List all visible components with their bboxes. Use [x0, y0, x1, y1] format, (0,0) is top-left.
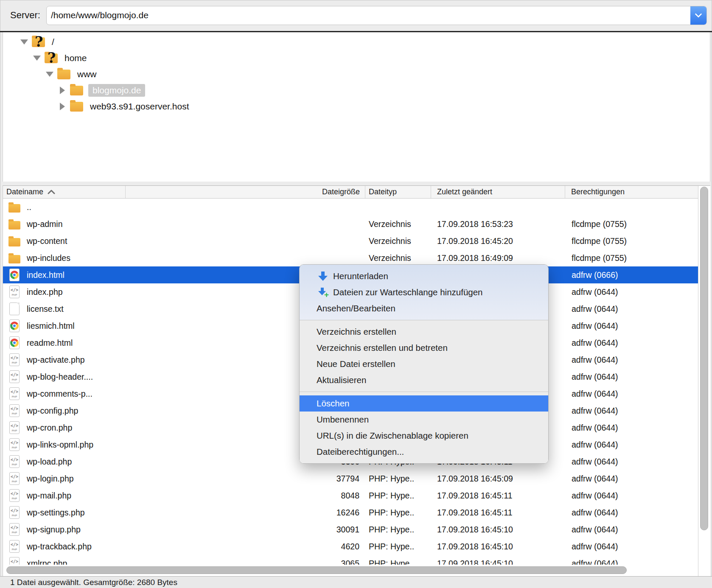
- download-arrow-icon: +: [317, 270, 328, 282]
- file-row[interactable]: wp-settings.php 16246 PHP: Hype.. 17.09.…: [3, 504, 698, 521]
- file-name-cell: wp-links-opml.php: [3, 438, 126, 451]
- disclosure-triangle-icon[interactable]: [20, 39, 28, 45]
- context-menu-item[interactable]: + Umbenennen: [300, 412, 548, 428]
- unknown-folder-icon: [32, 37, 45, 47]
- disclosure-triangle-icon[interactable]: [45, 72, 54, 77]
- server-path-input[interactable]: [47, 6, 690, 25]
- column-header-dateigroesse[interactable]: Dateigröße: [126, 186, 365, 198]
- php-file-icon: [8, 489, 21, 502]
- file-name: index.php: [27, 287, 63, 297]
- context-menu-item[interactable]: + Neue Datei erstellen: [300, 356, 548, 372]
- file-row[interactable]: xmlrpc.php 3065 PHP: Hype.. 17.09.2018 1…: [3, 555, 698, 565]
- server-history-dropdown-button[interactable]: [690, 6, 706, 25]
- context-menu: + Herunterladen + Dateien zur Warteschla…: [299, 264, 549, 464]
- file-name: wp-activate.php: [27, 355, 85, 365]
- file-type: PHP: Hype..: [365, 525, 431, 535]
- menu-section: + Löschen + Umbenennen + URL(s) in die Z…: [300, 392, 548, 463]
- tree-item-label: blogmojo.de: [88, 84, 145, 97]
- context-menu-item[interactable]: + URL(s) in die Zwischenablage kopieren: [300, 428, 548, 444]
- disclosure-triangle-icon[interactable]: [58, 103, 67, 110]
- file-permissions: adfrw (0644): [565, 423, 698, 433]
- file-permissions: adfrw (0644): [565, 457, 698, 467]
- file-name-cell: wp-signup.php: [3, 523, 126, 536]
- php-file-icon: [8, 540, 21, 553]
- column-header-dateityp[interactable]: Dateityp: [365, 186, 431, 198]
- php-file-icon: [8, 387, 21, 400]
- server-label: Server:: [10, 10, 40, 21]
- file-permissions: adfrw (0644): [565, 440, 698, 450]
- file-type: Verzeichnis: [365, 253, 431, 263]
- column-header-zuletzt-geaendert[interactable]: Zuletzt geändert: [431, 186, 565, 198]
- tree-item[interactable]: www: [3, 66, 710, 82]
- file-permissions: adfrw (0644): [565, 372, 698, 382]
- file-name: wp-content: [27, 236, 67, 246]
- chevron-down-icon: [695, 11, 702, 18]
- status-bar: 1 Datei ausgewählt. Gesamtgröße: 2680 By…: [0, 576, 712, 588]
- file-name: wp-settings.php: [27, 508, 85, 518]
- file-permissions: flcdmpe (0755): [565, 253, 698, 263]
- context-menu-item[interactable]: + Löschen: [300, 395, 548, 412]
- file-name-cell: ..: [3, 200, 126, 214]
- file-permissions: adfrw (0644): [565, 491, 698, 501]
- file-permissions: adfrw (0644): [565, 542, 698, 552]
- context-menu-item[interactable]: + Dateiberechtigungen...: [300, 444, 548, 460]
- file-type: Verzeichnis: [365, 219, 431, 229]
- column-header-berechtigungen[interactable]: Berechtigungen: [565, 186, 698, 198]
- tree-item[interactable]: blogmojo.de: [3, 82, 710, 98]
- file-name: wp-signup.php: [27, 525, 81, 535]
- file-type: PHP: Hype..: [365, 508, 431, 518]
- file-name-cell: index.php: [3, 285, 126, 299]
- file-modified: 17.09.2018 16:45:10: [431, 542, 565, 552]
- php-file-icon: [8, 285, 21, 299]
- vertical-scrollbar-thumb[interactable]: [700, 187, 708, 530]
- context-menu-item[interactable]: + Dateien zur Warteschlange hinzufügen: [300, 284, 548, 300]
- horizontal-scrollbar-thumb[interactable]: [6, 566, 627, 574]
- file-name-cell: wp-settings.php: [3, 506, 126, 519]
- file-row[interactable]: wp-admin Verzeichnis 17.09.2018 16:53:23…: [3, 216, 698, 232]
- folder-icon: [70, 102, 83, 112]
- context-menu-item[interactable]: + Ansehen/Bearbeiten: [300, 300, 548, 316]
- disclosure-triangle-icon[interactable]: [58, 87, 67, 94]
- context-menu-item[interactable]: + Herunterladen: [300, 268, 548, 284]
- file-name: wp-trackback.php: [27, 542, 92, 552]
- php-file-icon: [8, 421, 21, 434]
- context-menu-item[interactable]: + Verzeichnis erstellen und betreten: [300, 340, 548, 356]
- file-size: 8048: [126, 491, 365, 501]
- file-row[interactable]: wp-mail.php 8048 PHP: Hype.. 17.09.2018 …: [3, 487, 698, 504]
- status-text: 1 Datei ausgewählt. Gesamtgröße: 2680 By…: [10, 578, 177, 587]
- file-row[interactable]: wp-signup.php 30091 PHP: Hype.. 17.09.20…: [3, 521, 698, 538]
- file-row[interactable]: wp-includes Verzeichnis 17.09.2018 16:49…: [3, 249, 698, 266]
- disclosure-triangle-icon[interactable]: [33, 56, 41, 61]
- file-row[interactable]: wp-login.php 37794 PHP: Hype.. 17.09.201…: [3, 470, 698, 487]
- tree-item[interactable]: home: [3, 50, 710, 66]
- php-file-icon: [8, 455, 21, 468]
- file-name: license.txt: [27, 304, 64, 314]
- file-name-cell: liesmich.html: [3, 319, 126, 333]
- file-size: 3065: [126, 559, 365, 565]
- context-menu-item[interactable]: + Aktualisieren: [300, 372, 548, 388]
- php-file-icon: [8, 506, 21, 519]
- tree-item-label: home: [64, 53, 87, 63]
- file-name-cell: wp-trackback.php: [3, 540, 126, 553]
- file-row[interactable]: wp-trackback.php 4620 PHP: Hype.. 17.09.…: [3, 538, 698, 555]
- file-name: wp-mail.php: [27, 491, 71, 501]
- file-permissions: adfrw (0644): [565, 389, 698, 399]
- file-permissions: adfrw (0644): [565, 287, 698, 297]
- tree-item[interactable]: web93.s91.goserver.host: [3, 98, 710, 115]
- file-name: readme.html: [27, 338, 73, 348]
- file-name: wp-config.php: [27, 406, 78, 416]
- file-permissions: adfrw (0644): [565, 338, 698, 348]
- menu-section: + Verzeichnis erstellen + Verzeichnis er…: [300, 320, 548, 392]
- file-row[interactable]: wp-content Verzeichnis 17.09.2018 16:45:…: [3, 232, 698, 249]
- tree-item[interactable]: /: [3, 34, 710, 50]
- file-modified: 17.09.2018 16:45:10: [431, 559, 565, 565]
- html-file-icon: [8, 319, 21, 333]
- file-name-cell: wp-blog-header....: [3, 370, 126, 384]
- file-row[interactable]: ..: [3, 199, 698, 216]
- file-modified: 17.09.2018 16:45:11: [431, 491, 565, 501]
- context-menu-item[interactable]: + Verzeichnis erstellen: [300, 324, 548, 340]
- column-header-dateiname[interactable]: Dateiname: [3, 186, 126, 198]
- php-file-icon: [8, 472, 21, 485]
- vertical-scrollbar-track[interactable]: [698, 186, 710, 576]
- file-permissions: adfrw (0644): [565, 304, 698, 314]
